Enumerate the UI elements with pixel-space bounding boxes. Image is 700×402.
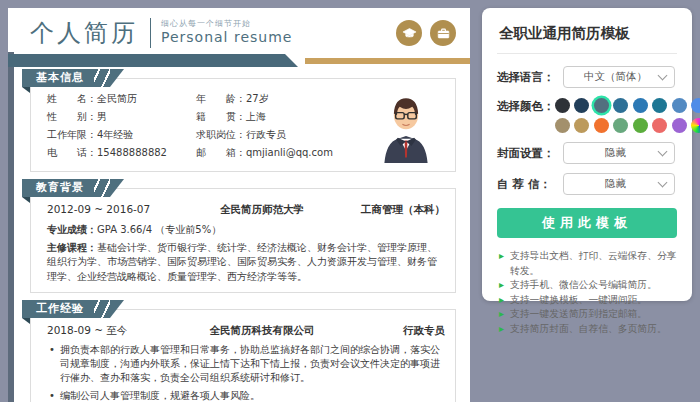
color-swatch-12[interactable] [633, 118, 648, 133]
color-swatch-4[interactable] [633, 98, 648, 113]
resume-subtitle-en: Personal resume [161, 29, 292, 47]
cover-label: 封面设置： [497, 146, 563, 161]
section-heading: 工作经验 [36, 302, 84, 315]
section-basic-info: 基本信息 姓 名：全民简历 性 别：男 工作年限：4年经验 电 话：154888… [22, 69, 456, 172]
colors-row: 选择颜色： [497, 97, 677, 133]
field-phone: 电 话：15488888882 [47, 145, 190, 163]
cover-letter-row: 自 荐 信： 隐藏 [497, 173, 677, 195]
resume-header: 个人简历 细心从每一个细节开始 Personal resume [8, 8, 470, 52]
colors-label: 选择颜色： [497, 97, 555, 114]
job-period: 2018-09 ~ 至今 [47, 324, 175, 338]
use-template-button[interactable]: 使用此模板 [497, 208, 677, 238]
header-divider [150, 18, 151, 48]
education-box: 2012-09 ~ 2016-07 全民简历师范大学 工商管理（本科） 专业成绩… [30, 188, 456, 293]
basic-info-box: 姓 名：全民简历 性 别：男 工作年限：4年经验 电 话：15488888882… [30, 78, 456, 172]
job-company: 全民简历科技有限公司 [175, 324, 349, 338]
education-school: 全民简历师范大学 [175, 203, 349, 217]
section-work: 工作经验 2018-09 ~ 至今 全民简历科技有限公司 行政专员 拥负责本部的… [22, 300, 456, 402]
avatar [373, 91, 439, 163]
color-swatch-8[interactable] [555, 118, 570, 133]
cover-letter-value: 隐藏 [572, 177, 659, 191]
color-swatch-2[interactable] [594, 98, 609, 113]
resume-tagline: 细心从每一个细节开始 [161, 19, 292, 29]
cover-letter-select[interactable]: 隐藏 [563, 173, 675, 195]
education-courses: 主修课程：基础会计学、货币银行学、统计学、经济法概论、财务会计学、管理学原理、组… [47, 241, 445, 285]
color-swatch-15[interactable] [691, 118, 700, 133]
cover-row: 封面设置： 隐藏 [497, 142, 677, 164]
basic-info-grid: 姓 名：全民简历 性 别：男 工作年限：4年经验 电 话：15488888882… [47, 91, 373, 163]
section-banner-work: 工作经验 [22, 300, 124, 318]
template-title: 全职业通用简历模板 [497, 20, 677, 53]
feature-item: 支持简历封面、自荐信、多页简历。 [499, 322, 677, 337]
banner-stripes [94, 69, 110, 87]
color-swatch-14[interactable] [672, 118, 687, 133]
field-hometown: 籍 贯：上海 [196, 109, 373, 127]
chevron-down-icon [658, 147, 668, 157]
language-label: 选择语言： [497, 70, 563, 85]
cover-value: 隐藏 [572, 146, 659, 160]
color-swatch-7[interactable] [691, 98, 700, 113]
job-bullet: 编制公司人事管理制度，规避各项人事风险。 [49, 389, 445, 402]
color-swatch-1[interactable] [574, 98, 589, 113]
color-swatches [555, 97, 700, 133]
job-bullets: 拥负责本部的行政人事管理和日常事务，协助总监搞好各部门之间的综合协调，落实公司规… [49, 343, 445, 402]
education-gpa: 专业成绩：GPA 3.66/4 （专业前5%） [47, 223, 445, 238]
education-period: 2012-09 ~ 2016-07 [47, 203, 175, 215]
field-email: 邮 箱：qmjianli@qq.com [196, 145, 373, 163]
page-left-edge [8, 52, 14, 402]
feature-item: 支持一键换模板、一键调间距。 [499, 293, 677, 308]
briefcase-icon [430, 20, 456, 46]
feature-list: 支持导出文档、打印、云端保存、分享转发。 支持手机、微信公众号编辑简历。 支持一… [497, 249, 677, 337]
color-swatch-13[interactable] [652, 118, 667, 133]
header-band [8, 54, 470, 67]
color-swatch-9[interactable] [574, 118, 589, 133]
color-swatch-10[interactable] [594, 118, 609, 133]
field-name: 姓 名：全民简历 [47, 91, 190, 109]
section-banner-basic-info: 基本信息 [22, 69, 124, 87]
field-position: 求职岗位：行政专员 [196, 127, 373, 145]
field-gender: 性 别：男 [47, 109, 190, 127]
resume-preview: 个人简历 细心从每一个细节开始 Personal resume 基本信息 姓 名… [8, 8, 470, 402]
section-heading: 基本信息 [36, 71, 84, 84]
banner-stripes [94, 179, 110, 197]
field-years: 工作年限：4年经验 [47, 127, 190, 145]
header-band-gold [305, 58, 470, 64]
language-value: 中文（简体） [572, 70, 659, 84]
feature-item: 支持导出文档、打印、云端保存、分享转发。 [499, 249, 677, 278]
work-box: 2018-09 ~ 至今 全民简历科技有限公司 行政专员 拥负责本部的行政人事管… [30, 309, 456, 402]
cover-select[interactable]: 隐藏 [563, 142, 675, 164]
banner-stripes [94, 300, 110, 318]
education-degree: 工商管理（本科） [349, 203, 445, 217]
field-age: 年 龄：27岁 [196, 91, 373, 109]
job-header: 2018-09 ~ 至今 全民简历科技有限公司 行政专员 [47, 324, 445, 338]
chevron-down-icon [658, 71, 668, 81]
job-bullet: 拥负责本部的行政人事管理和日常事务，协助总监搞好各部门之间的综合协调，落实公司规… [49, 343, 445, 386]
language-select[interactable]: 中文（简体） [563, 66, 675, 88]
job-role: 行政专员 [349, 324, 445, 338]
language-row: 选择语言： 中文（简体） [497, 66, 677, 88]
section-heading: 教育背景 [36, 181, 84, 194]
color-swatch-0[interactable] [555, 98, 570, 113]
color-swatch-5[interactable] [652, 98, 667, 113]
feature-item: 支持手机、微信公众号编辑简历。 [499, 278, 677, 293]
color-swatch-6[interactable] [672, 98, 687, 113]
resume-title: 个人简历 [30, 17, 138, 49]
template-options-panel: 全职业通用简历模板 选择语言： 中文（简体） 选择颜色： 封面设置： 隐藏 自 … [482, 8, 692, 301]
feature-item: 支持一键发送简历到指定邮箱。 [499, 307, 677, 322]
color-swatch-11[interactable] [613, 118, 628, 133]
header-band-teal [8, 54, 298, 67]
cover-letter-label: 自 荐 信： [497, 177, 563, 192]
graduation-cap-icon [396, 20, 422, 46]
color-swatch-3[interactable] [613, 98, 628, 113]
section-banner-education: 教育背景 [22, 179, 124, 197]
panel-divider [497, 53, 677, 54]
chevron-down-icon [658, 178, 668, 188]
section-education: 教育背景 2012-09 ~ 2016-07 全民简历师范大学 工商管理（本科）… [22, 179, 456, 293]
